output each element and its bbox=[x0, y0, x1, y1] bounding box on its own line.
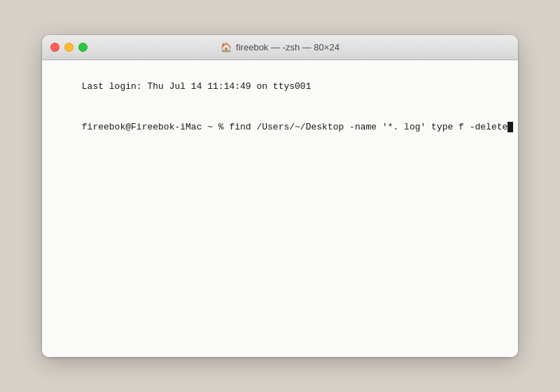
maximize-button[interactable] bbox=[78, 43, 88, 52]
cursor bbox=[507, 122, 513, 132]
title-text: fireebok — -zsh — 80×24 bbox=[236, 42, 340, 52]
window-title: 🏠 fireebok — -zsh — 80×24 bbox=[220, 42, 340, 52]
login-line: Last login: Thu Jul 14 11:14:49 on ttys0… bbox=[82, 81, 312, 92]
title-bar: 🏠 fireebok — -zsh — 80×24 bbox=[42, 35, 518, 60]
prompt: fireebok@Fireebok-iMac ~ % bbox=[82, 122, 230, 132]
terminal-body[interactable]: Last login: Thu Jul 14 11:14:49 on ttys0… bbox=[42, 60, 518, 357]
close-button[interactable] bbox=[50, 43, 59, 52]
terminal-line-2: fireebok@Fireebok-iMac ~ % find /Users/~… bbox=[49, 107, 511, 148]
minimize-button[interactable] bbox=[64, 43, 74, 52]
terminal-window: 🏠 fireebok — -zsh — 80×24 Last login: Th… bbox=[42, 35, 518, 357]
terminal-line-1: Last login: Thu Jul 14 11:14:49 on ttys0… bbox=[49, 66, 511, 107]
command: find /Users/~/Desktop -name '*. log' typ… bbox=[229, 122, 507, 132]
traffic-lights bbox=[50, 43, 88, 52]
house-icon: 🏠 bbox=[220, 42, 232, 52]
